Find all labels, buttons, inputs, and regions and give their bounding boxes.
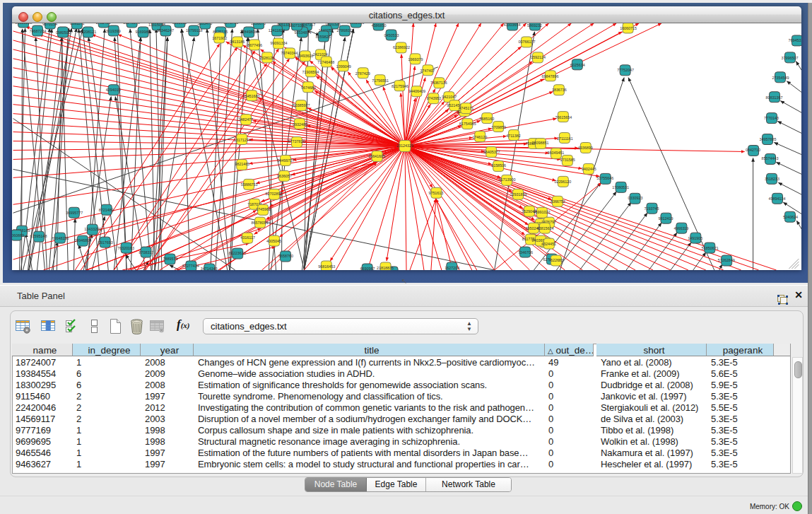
svg-text:55886753: 55886753 <box>241 182 258 187</box>
svg-text:1592124: 1592124 <box>531 55 546 59</box>
svg-text:7622683: 7622683 <box>548 258 563 262</box>
svg-text:65648236: 65648236 <box>52 236 69 240</box>
svg-text:5158506: 5158506 <box>491 163 506 168</box>
svg-text:53755646: 53755646 <box>596 176 613 180</box>
svg-text:2731585: 2731585 <box>560 158 575 162</box>
svg-text:16060715: 16060715 <box>620 26 637 30</box>
svg-text:62702895: 62702895 <box>266 192 283 196</box>
svg-text:4324451: 4324451 <box>541 242 556 246</box>
svg-text:9821465: 9821465 <box>235 162 249 166</box>
svg-text:8708317: 8708317 <box>139 250 154 255</box>
svg-text:7346706: 7346706 <box>518 250 533 255</box>
svg-text:1491905: 1491905 <box>688 236 702 240</box>
svg-text:34714345: 34714345 <box>201 267 218 270</box>
svg-text:6690967: 6690967 <box>360 267 375 270</box>
svg-text:8677496: 8677496 <box>247 43 262 47</box>
svg-text:0932480: 0932480 <box>293 122 307 127</box>
svg-text:74687234: 74687234 <box>30 29 47 33</box>
svg-text:28098851: 28098851 <box>531 141 548 146</box>
svg-text:04499727: 04499727 <box>278 158 295 163</box>
svg-text:21818835: 21818835 <box>377 266 394 270</box>
svg-text:27868011: 27868011 <box>336 28 353 33</box>
svg-text:4586850: 4586850 <box>372 23 387 28</box>
svg-text:3482477: 3482477 <box>238 117 253 122</box>
svg-text:3619399: 3619399 <box>106 29 121 33</box>
svg-text:4745171: 4745171 <box>459 106 473 110</box>
svg-text:2421024: 2421024 <box>313 52 328 57</box>
svg-text:76945314: 76945314 <box>788 38 801 42</box>
svg-text:51850671: 51850671 <box>702 246 719 250</box>
svg-text:7889579: 7889579 <box>163 257 177 261</box>
svg-text:1399049: 1399049 <box>336 64 351 69</box>
svg-text:88208121: 88208121 <box>79 30 96 34</box>
svg-text:9169985: 9169985 <box>136 30 151 34</box>
svg-text:3709859: 3709859 <box>491 125 506 129</box>
svg-text:49894134: 49894134 <box>769 197 786 201</box>
svg-text:4316117: 4316117 <box>240 235 255 240</box>
svg-text:9421047: 9421047 <box>442 95 457 99</box>
svg-text:27111161: 27111161 <box>557 136 573 141</box>
svg-text:96641605: 96641605 <box>368 154 385 158</box>
svg-text:0450533: 0450533 <box>384 33 399 37</box>
svg-text:8059826: 8059826 <box>316 35 331 39</box>
svg-text:96816453: 96816453 <box>318 264 335 269</box>
svg-text:4060883: 4060883 <box>12 233 24 238</box>
svg-text:4294019: 4294019 <box>106 88 121 92</box>
svg-text:8721489: 8721489 <box>99 208 114 212</box>
svg-text:0842710: 0842710 <box>746 148 760 152</box>
svg-text:9636057: 9636057 <box>277 174 292 178</box>
svg-text:87277434: 87277434 <box>182 264 199 268</box>
svg-text:67737826: 67737826 <box>288 140 305 144</box>
svg-text:1627204: 1627204 <box>445 266 459 270</box>
svg-text:62386922: 62386922 <box>393 45 410 49</box>
svg-text:15451680: 15451680 <box>243 94 260 98</box>
svg-text:9912419: 9912419 <box>658 216 673 221</box>
svg-text:1969379: 1969379 <box>408 57 423 62</box>
svg-text:0980500: 0980500 <box>56 30 71 35</box>
svg-text:1746120: 1746120 <box>472 135 487 139</box>
svg-text:2328120: 2328120 <box>259 56 274 60</box>
svg-text:13493618: 13493618 <box>296 54 313 58</box>
svg-text:76615654: 76615654 <box>555 115 572 119</box>
svg-text:1745961: 1745961 <box>256 207 271 211</box>
svg-text:9402445: 9402445 <box>582 167 596 171</box>
svg-text:02296120: 02296120 <box>554 180 571 184</box>
svg-text:71746488: 71746488 <box>317 60 334 64</box>
svg-text:4966319: 4966319 <box>673 226 688 230</box>
svg-text:10799118: 10799118 <box>186 28 203 33</box>
svg-text:27354549: 27354549 <box>772 76 789 80</box>
svg-text:86578091: 86578091 <box>252 221 269 225</box>
svg-text:9743953: 9743953 <box>426 96 441 100</box>
svg-text:93534874: 93534874 <box>294 30 311 35</box>
svg-text:8366752: 8366752 <box>551 199 565 204</box>
svg-text:81754965: 81754965 <box>459 122 476 126</box>
svg-text:12411824: 12411824 <box>269 28 286 33</box>
svg-text:3747407: 3747407 <box>420 69 435 73</box>
svg-text:1836736: 1836736 <box>552 88 567 92</box>
svg-text:7193745: 7193745 <box>645 206 659 211</box>
svg-text:43815614: 43815614 <box>536 226 553 230</box>
svg-text:5240824: 5240824 <box>783 215 798 219</box>
svg-text:3685160: 3685160 <box>479 117 494 121</box>
svg-text:80831367: 80831367 <box>766 95 783 100</box>
svg-text:6658760: 6658760 <box>278 254 293 258</box>
svg-text:57262849: 57262849 <box>718 258 735 262</box>
svg-text:9751613: 9751613 <box>428 191 443 195</box>
svg-text:79740344: 79740344 <box>281 51 298 55</box>
svg-text:82175946: 82175946 <box>392 84 408 88</box>
svg-text:00766177: 00766177 <box>519 40 536 44</box>
svg-text:61595148: 61595148 <box>30 234 47 238</box>
svg-text:45991022: 45991022 <box>533 210 550 214</box>
svg-text:76320163: 76320163 <box>117 246 134 250</box>
svg-text:4711382: 4711382 <box>506 134 521 138</box>
svg-text:37996507: 37996507 <box>781 56 798 60</box>
svg-text:27849808: 27849808 <box>240 30 257 34</box>
svg-text:94406409: 94406409 <box>408 89 425 93</box>
svg-text:4005045: 4005045 <box>266 239 281 243</box>
svg-text:5674680: 5674680 <box>301 86 316 90</box>
svg-text:81223623: 81223623 <box>229 251 246 255</box>
svg-text:31713900: 31713900 <box>499 177 516 182</box>
svg-text:13171274: 13171274 <box>234 138 251 142</box>
svg-text:5869232: 5869232 <box>527 23 542 28</box>
svg-text:69847896: 69847896 <box>541 74 558 78</box>
